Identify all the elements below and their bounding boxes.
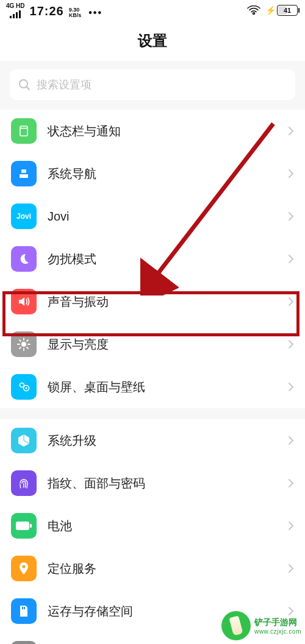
row-label: 系统导航 bbox=[48, 166, 288, 182]
watermark-text: 铲子手游网 www.czjxjc.com bbox=[254, 617, 301, 635]
battery-icon: 41 bbox=[277, 5, 298, 16]
row-label: 锁屏、桌面与壁纸 bbox=[48, 379, 288, 395]
more-icon bbox=[11, 641, 37, 644]
settings-group-2: 系统升级 指纹、面部与密码 电池 定位服务 bbox=[0, 419, 305, 644]
screen: 4G HD 17:26 9.30 KB/s ••• ⚡ 41 bbox=[0, 0, 305, 644]
nav-icon bbox=[11, 161, 37, 186]
dnd-icon bbox=[11, 246, 37, 272]
svg-rect-18 bbox=[16, 522, 29, 530]
watermark: 铲子手游网 www.czjxjc.com bbox=[221, 611, 301, 640]
search-section bbox=[0, 61, 305, 110]
svg-line-13 bbox=[20, 347, 21, 349]
status-icon bbox=[11, 118, 37, 144]
upgrade-icon bbox=[11, 428, 37, 453]
svg-point-6 bbox=[21, 342, 26, 347]
row-label: 声音与振动 bbox=[48, 294, 288, 310]
chevron-right-icon bbox=[288, 478, 294, 488]
row-label: 定位服务 bbox=[48, 561, 288, 577]
chevron-right-icon bbox=[288, 339, 294, 349]
row-jovi[interactable]: Jovi Jovi bbox=[0, 195, 305, 238]
row-label: Jovi bbox=[48, 210, 288, 224]
row-fingerprint-face-password[interactable]: 指纹、面部与密码 bbox=[0, 462, 305, 504]
more-status-icon: ••• bbox=[88, 7, 102, 18]
row-sound-vibration[interactable]: 声音与振动 bbox=[0, 280, 305, 323]
row-system-upgrade[interactable]: 系统升级 bbox=[0, 419, 305, 462]
chevron-right-icon bbox=[288, 126, 294, 136]
row-do-not-disturb[interactable]: 勿扰模式 bbox=[0, 238, 305, 280]
chevron-right-icon bbox=[288, 436, 294, 445]
network-label: 4G HD bbox=[6, 3, 25, 9]
search-input[interactable] bbox=[37, 79, 287, 91]
data-rate: 9.30 KB/s bbox=[69, 7, 82, 18]
status-right: ⚡ 41 bbox=[247, 5, 298, 16]
svg-line-1 bbox=[27, 87, 30, 90]
chevron-right-icon bbox=[288, 382, 294, 392]
sound-icon bbox=[11, 289, 37, 314]
svg-line-11 bbox=[20, 340, 21, 341]
chevron-right-icon bbox=[288, 297, 294, 306]
row-label: 指纹、面部与密码 bbox=[48, 475, 288, 492]
svg-rect-21 bbox=[22, 607, 23, 609]
svg-point-20 bbox=[23, 565, 26, 568]
status-bar: 4G HD 17:26 9.30 KB/s ••• ⚡ 41 bbox=[0, 0, 305, 21]
row-label: 电池 bbox=[48, 518, 288, 534]
title-bar: 设置 bbox=[0, 21, 305, 61]
svg-rect-22 bbox=[24, 607, 25, 609]
svg-point-17 bbox=[26, 387, 27, 389]
svg-rect-4 bbox=[20, 174, 28, 178]
row-label: 显示与亮度 bbox=[48, 336, 288, 353]
page-title: 设置 bbox=[138, 31, 167, 51]
status-left: 4G HD 17:26 9.30 KB/s ••• bbox=[6, 3, 102, 18]
chevron-right-icon bbox=[288, 564, 294, 573]
row-system-navigation[interactable]: 系统导航 bbox=[0, 152, 305, 195]
battery-indicator: ⚡ 41 bbox=[265, 5, 298, 16]
search-icon bbox=[18, 79, 30, 91]
wifi-icon bbox=[247, 5, 260, 15]
lock-icon bbox=[11, 374, 37, 400]
row-label: 系统升级 bbox=[48, 433, 288, 449]
row-display-brightness[interactable]: 显示与亮度 bbox=[0, 323, 305, 366]
battery-icon bbox=[11, 513, 37, 539]
row-lock-wallpaper[interactable]: 锁屏、桌面与壁纸 bbox=[0, 366, 305, 408]
chevron-right-icon bbox=[288, 169, 294, 179]
row-label: 勿扰模式 bbox=[48, 251, 288, 267]
chevron-right-icon bbox=[288, 211, 294, 221]
row-battery[interactable]: 电池 bbox=[0, 504, 305, 547]
signal-icon bbox=[10, 10, 21, 18]
row-label: 状态栏与通知 bbox=[48, 123, 288, 140]
chevron-right-icon bbox=[288, 521, 294, 531]
search-box[interactable] bbox=[10, 69, 295, 100]
svg-rect-2 bbox=[20, 126, 27, 136]
svg-rect-19 bbox=[30, 524, 32, 528]
watermark-logo-icon bbox=[221, 611, 251, 640]
row-status-notifications[interactable]: 状态栏与通知 bbox=[0, 110, 305, 152]
location-icon bbox=[11, 556, 37, 581]
chevron-right-icon bbox=[288, 254, 294, 264]
settings-group-1: 状态栏与通知 系统导航 Jovi Jovi 勿扰模式 声音与振动 bbox=[0, 110, 305, 408]
svg-line-14 bbox=[27, 340, 28, 341]
svg-rect-5 bbox=[21, 169, 26, 173]
fingerprint-icon bbox=[11, 470, 37, 496]
svg-line-12 bbox=[27, 347, 28, 349]
row-location[interactable]: 定位服务 bbox=[0, 547, 305, 590]
display-icon bbox=[11, 331, 37, 357]
charging-icon: ⚡ bbox=[265, 5, 276, 15]
storage-icon bbox=[11, 598, 37, 624]
clock: 17:26 bbox=[30, 4, 64, 18]
jovi-icon: Jovi bbox=[11, 203, 37, 229]
